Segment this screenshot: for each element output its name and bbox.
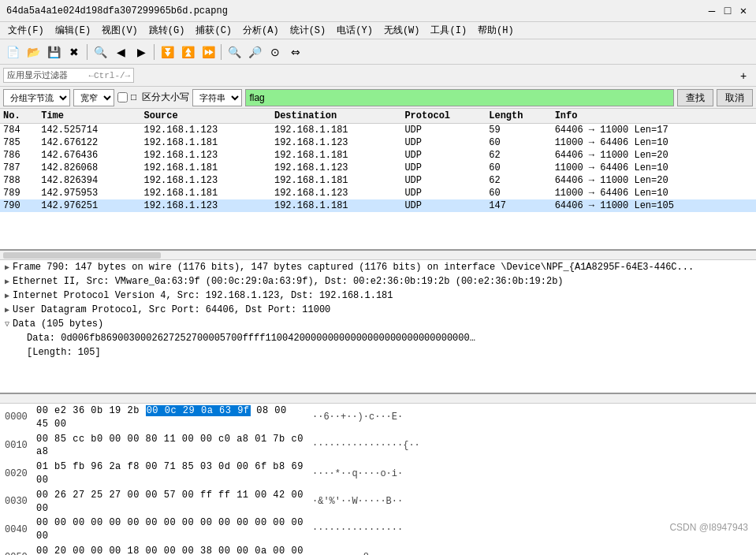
detail-arrow-icon: ▶ <box>5 277 9 286</box>
toolbar-forward[interactable]: ▶ <box>132 43 151 61</box>
table-cell: UDP <box>401 187 486 199</box>
detail-row[interactable]: Data: 0d006fb8690030002627252700005700ff… <box>0 331 756 345</box>
menu-goto[interactable]: 跳转(G) <box>144 22 190 39</box>
detail-row[interactable]: ▽Data (105 bytes) <box>0 317 756 331</box>
search-input[interactable] <box>245 89 674 106</box>
packet-table-body: 784142.525714192.168.1.123192.168.1.181U… <box>0 124 756 213</box>
find-button[interactable]: 查找 <box>677 89 713 106</box>
table-row[interactable]: 784142.525714192.168.1.123192.168.1.181U… <box>0 124 756 137</box>
col-protocol: Protocol <box>401 109 486 124</box>
hex-highlight: 00 0c 29 0a 63 9f <box>146 405 251 416</box>
detail-horizontal-scroll[interactable] <box>0 394 756 404</box>
menu-bar: 文件(F) 编辑(E) 视图(V) 跳转(G) 捕获(C) 分析(A) 统计(S… <box>0 22 756 39</box>
table-row[interactable]: 789142.975953192.168.1.181192.168.1.123U… <box>0 187 756 199</box>
detail-row[interactable]: [Length: 105] <box>0 345 756 359</box>
detail-row[interactable]: ▶Ethernet II, Src: VMware_0a:63:9f (00:0… <box>0 274 756 289</box>
maximize-button[interactable]: □ <box>721 5 734 17</box>
toolbar-find[interactable]: 🔍 <box>91 43 110 61</box>
case-sensitive-checkbox[interactable] <box>117 92 128 102</box>
detail-row[interactable]: ▶Frame 790: 147 bytes on wire (1176 bits… <box>0 260 756 274</box>
table-cell: 192.168.1.181 <box>140 187 270 199</box>
hex-ascii: ················{·· <box>312 439 420 453</box>
table-row[interactable]: 786142.676436192.168.1.123192.168.1.181U… <box>0 149 756 162</box>
col-destination: Destination <box>271 109 401 124</box>
detail-rows: ▶Frame 790: 147 bytes on wire (1176 bits… <box>0 260 756 359</box>
hex-bytes: 00 e2 36 0b 19 2b 00 0c 29 0a 63 9f 08 0… <box>36 404 304 431</box>
menu-capture[interactable]: 捕获(C) <box>191 22 236 39</box>
toolbar-close[interactable]: ✖ <box>65 43 84 61</box>
hex-bytes: 00 20 00 00 00 18 00 00 00 38 00 00 0a 0… <box>36 545 304 555</box>
table-cell: 788 <box>0 174 38 187</box>
table-cell: 11000 → 64406 Len=10 <box>552 136 756 149</box>
menu-stats[interactable]: 统计(S) <box>285 22 331 39</box>
search-type-combo[interactable]: 字符串 <box>192 89 242 106</box>
toolbar-zoom-out[interactable]: 🔎 <box>245 43 264 61</box>
menu-view[interactable]: 视图(V) <box>97 22 143 39</box>
hex-offset: 0030 <box>5 495 36 508</box>
packet-table: No. Time Source Destination Protocol Len… <box>0 109 756 212</box>
toolbar-go-first[interactable]: ⏫ <box>178 43 197 61</box>
menu-tools[interactable]: 工具(I) <box>426 22 471 39</box>
close-button[interactable]: ✕ <box>737 5 750 17</box>
packet-horizontal-scroll[interactable] <box>0 251 756 260</box>
display-filter-row: 分组字节流 宽窄 □ 区分大小写 字符串 查找 取消 <box>0 87 756 109</box>
menu-telephony[interactable]: 电话(Y) <box>332 22 378 39</box>
table-cell: 789 <box>0 187 38 199</box>
toolbar-resize[interactable]: ⇔ <box>286 43 305 61</box>
h-scroll-thumb[interactable] <box>3 252 161 259</box>
toolbar-scroll-end[interactable]: ⏬ <box>158 43 177 61</box>
hex-bytes: 00 85 cc b0 00 00 80 11 00 00 c0 a8 01 7… <box>36 433 304 460</box>
hex-bytes: 00 00 00 00 00 00 00 00 00 00 00 00 00 0… <box>36 516 304 543</box>
table-row[interactable]: 790142.976251192.168.1.123192.168.1.181U… <box>0 199 756 212</box>
toolbar-open[interactable]: 📂 <box>24 43 43 61</box>
menu-wireless[interactable]: 无线(W) <box>379 22 425 39</box>
filter-label: 应用显示过滤器 ←Ctrl-/→ <box>3 68 134 83</box>
table-cell: 192.168.1.123 <box>140 149 270 162</box>
byte-filter-combo[interactable]: 分组字节流 <box>3 89 70 106</box>
table-cell: 64406 → 11000 Len=20 <box>552 174 756 187</box>
table-cell: 142.976251 <box>38 199 140 212</box>
table-row[interactable]: 788142.826394192.168.1.123192.168.1.181U… <box>0 174 756 187</box>
table-cell: 142.676436 <box>38 149 140 162</box>
hex-offset: 0050 <box>5 551 36 555</box>
detail-row[interactable]: ▶Internet Protocol Version 4, Src: 192.1… <box>0 289 756 303</box>
col-no: No. <box>0 109 38 124</box>
col-time: Time <box>38 109 140 124</box>
table-cell: 192.168.1.123 <box>271 162 401 174</box>
menu-file[interactable]: 文件(F) <box>3 22 49 39</box>
table-row[interactable]: 787142.826068192.168.1.181192.168.1.123U… <box>0 162 756 174</box>
toolbar-go-last[interactable]: ⏩ <box>199 43 218 61</box>
toolbar-zoom-in[interactable]: 🔍 <box>225 43 244 61</box>
detail-arrow-icon: ▽ <box>5 319 9 329</box>
case-sensitive-label: □ 区分大小写 <box>117 91 189 104</box>
width-filter-combo[interactable]: 宽窄 <box>73 89 114 106</box>
table-row[interactable]: 785142.676122192.168.1.181192.168.1.123U… <box>0 136 756 149</box>
table-cell: 142.525714 <box>38 124 140 137</box>
detail-arrow-icon: ▶ <box>5 291 9 300</box>
menu-analyze[interactable]: 分析(A) <box>238 22 284 39</box>
toolbar: 📄 📂 💾 ✖ 🔍 ◀ ▶ ⏬ ⏫ ⏩ 🔍 🔎 ⊙ ⇔ <box>0 39 756 65</box>
toolbar-back[interactable]: ◀ <box>111 43 130 61</box>
menu-help[interactable]: 帮助(H) <box>473 22 519 39</box>
table-cell: 785 <box>0 136 38 149</box>
col-length: Length <box>486 109 551 124</box>
hex-row: 003000 26 27 25 27 00 00 57 00 ff ff 11 … <box>0 488 756 516</box>
window-title: 64da5a4a1e024d198dfa307299965b6d.pcapng <box>6 6 706 17</box>
hex-ascii: · ·······8······ <box>312 551 403 555</box>
filter-add-button[interactable]: + <box>734 66 753 85</box>
hex-row: 000000 e2 36 0b 19 2b 00 0c 29 0a 63 9f … <box>0 404 756 432</box>
table-cell: 790 <box>0 199 38 212</box>
table-cell: 192.168.1.123 <box>140 174 270 187</box>
toolbar-new[interactable]: 📄 <box>3 43 22 61</box>
minimize-button[interactable]: — <box>706 5 718 17</box>
detail-row[interactable]: ▶User Datagram Protocol, Src Port: 64406… <box>0 303 756 317</box>
detail-text: Frame 790: 147 bytes on wire (1176 bits)… <box>13 262 694 273</box>
table-cell: 142.676122 <box>38 136 140 149</box>
menu-edit[interactable]: 编辑(E) <box>50 22 96 39</box>
table-cell: 11000 → 64406 Len=10 <box>552 162 756 174</box>
cancel-button[interactable]: 取消 <box>717 89 753 106</box>
hex-bytes: 00 26 27 25 27 00 00 57 00 ff ff 11 00 4… <box>36 489 304 516</box>
toolbar-zoom-reset[interactable]: ⊙ <box>266 43 285 61</box>
title-bar: 64da5a4a1e024d198dfa307299965b6d.pcapng … <box>0 0 756 22</box>
toolbar-save[interactable]: 💾 <box>44 43 63 61</box>
